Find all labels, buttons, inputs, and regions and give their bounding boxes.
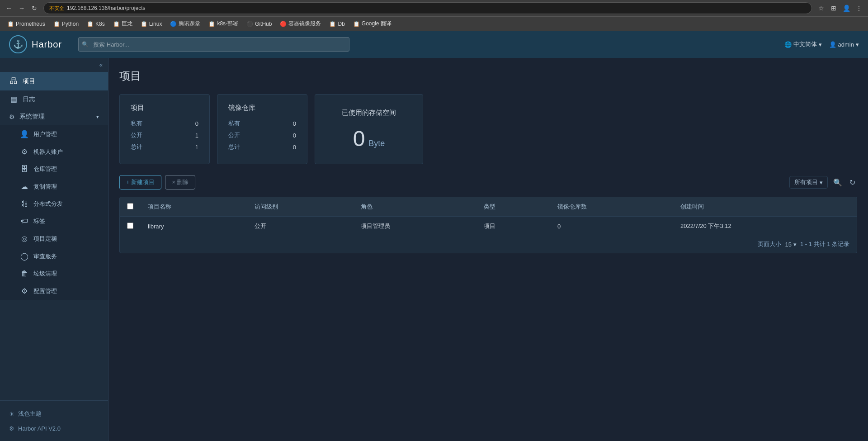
url-text: 192.168.126.136/harbor/projects [67, 5, 145, 11]
row-access-0: 公开 [247, 217, 354, 236]
row-created-0: 2022/7/20 下午3:12 [673, 217, 857, 236]
distribution-label: 分布式分发 [33, 200, 63, 208]
page-size-chevron-icon: ▾ [793, 241, 797, 248]
col-type: 类型 [476, 197, 550, 217]
row-name-0[interactable]: library [141, 217, 247, 236]
users-label: 用户管理 [33, 130, 57, 138]
back-button[interactable]: ← [4, 3, 14, 14]
extensions-button[interactable]: ⊞ [828, 3, 839, 14]
projects-public-value: 1 [185, 132, 198, 139]
lang-label: 中文简体 [793, 40, 817, 48]
table-search-button[interactable]: 🔍 [831, 176, 844, 189]
pagination-row: 页面大小 15 ▾ 1 - 1 共计 1 条记录 [120, 236, 857, 253]
user-menu[interactable]: 👤 admin ▾ [829, 41, 859, 48]
sidebar-item-projects[interactable]: 品 项目 [0, 72, 108, 90]
bookmark-icon: ⚫ [246, 21, 253, 27]
pagination-info: 1 - 1 共计 1 条记录 [800, 240, 849, 248]
row-checkbox-0[interactable] [127, 223, 133, 229]
header-search [78, 37, 349, 52]
bookmark-python[interactable]: 📋Python [50, 19, 82, 29]
bookmark-label: K8s [95, 21, 105, 27]
bookmark-prometheus[interactable]: 📋Prometheus [4, 19, 49, 29]
col-role: 角色 [354, 197, 476, 217]
forward-button[interactable]: → [16, 3, 27, 14]
bookmark-label: 容器镜像服务 [288, 20, 321, 28]
select-all-checkbox[interactable] [127, 203, 133, 209]
reload-button[interactable]: ↻ [29, 3, 40, 14]
quota-label: 项目定额 [33, 235, 57, 243]
users-icon: 👤 [20, 130, 29, 138]
bookmark-github[interactable]: ⚫GitHub [243, 19, 275, 29]
search-input[interactable] [78, 37, 349, 52]
bookmark-label: Python [62, 21, 79, 27]
sidebar-footer: ☀ 浅色主题 ⚙ Harbor API V2.0 [0, 400, 108, 441]
menu-button[interactable]: ⋮ [854, 3, 864, 14]
row-type-0: 项目 [476, 217, 550, 236]
robots-label: 机器人账户 [33, 148, 63, 156]
registry-private-value: 0 [283, 120, 296, 127]
bookmark-icon: 🔵 [170, 21, 177, 27]
search-wrapper [78, 37, 349, 52]
api-label: Harbor API V2.0 [18, 425, 61, 432]
registry-private-label: 私有 [228, 119, 240, 128]
delete-button[interactable]: × 删除 [165, 175, 195, 190]
projects-private-label: 私有 [131, 119, 142, 128]
bookmark-label: 巨龙 [122, 20, 132, 28]
username-label: admin [838, 41, 854, 48]
bookmark-k8s-部署[interactable]: 📋k8s-部署 [205, 18, 242, 29]
new-project-button[interactable]: + 新建项目 [119, 175, 161, 190]
page-title: 项目 [119, 69, 857, 83]
projects-icon: 品 [9, 76, 18, 86]
user-chevron-icon: ▾ [856, 41, 859, 48]
filter-select[interactable]: 所有项目 ▾ [789, 176, 828, 189]
bookmark-腾讯课堂[interactable]: 🔵腾讯课堂 [166, 18, 204, 29]
sidebar-item-warehouse[interactable]: 🗄 仓库管理 [0, 161, 108, 178]
nav-buttons: ← → ↻ [4, 3, 40, 14]
sidebar-collapse-button[interactable]: « [0, 58, 108, 72]
sidebar-item-gc[interactable]: 🗑 垃圾清理 [0, 265, 108, 282]
col-name: 项目名称 [141, 197, 247, 217]
sidebar-item-labels[interactable]: 🏷 标签 [0, 213, 108, 230]
sidebar-item-replication[interactable]: ☁ 复制管理 [0, 178, 108, 195]
lang-selector[interactable]: 🌐 中文简体 ▾ [784, 40, 822, 48]
bookmark-google-翻译[interactable]: 📋Google 翻译 [349, 18, 395, 29]
user-icon: 👤 [829, 41, 836, 48]
bookmark-k8s[interactable]: 📋K8s [83, 19, 108, 29]
bookmark-star-button[interactable]: ☆ [816, 3, 826, 14]
address-bar[interactable]: 不安全 192.168.126.136/harbor/projects [43, 2, 812, 14]
sidebar-item-config[interactable]: ⚙ 配置管理 [0, 282, 108, 300]
sidebar: « 品 项目 ▤ 日志 ⚙ 系统管理 ▾ [0, 58, 108, 441]
projects-public-label: 公开 [131, 131, 142, 139]
projects-total-label: 总计 [131, 143, 142, 151]
bookmark-db[interactable]: 📋Db [326, 19, 348, 29]
bookmark-容器镜像服务[interactable]: 🔴容器镜像服务 [276, 18, 325, 29]
logs-icon: ▤ [9, 95, 18, 104]
sidebar-item-users[interactable]: 👤 用户管理 [0, 125, 108, 143]
bookmark-icon: 📋 [329, 21, 336, 27]
sidebar-projects-label: 项目 [23, 77, 35, 85]
registry-total-row: 总计 0 [228, 143, 296, 151]
sidebar-item-system[interactable]: ⚙ 系统管理 ▾ [0, 108, 108, 125]
sidebar-item-audit[interactable]: ◯ 审查服务 [0, 247, 108, 265]
sidebar-item-logs[interactable]: ▤ 日志 [0, 90, 108, 108]
theme-toggle[interactable]: ☀ 浅色主题 [9, 406, 99, 422]
storage-value: 0 [353, 128, 365, 150]
page-size-select[interactable]: 15 ▾ [785, 241, 796, 248]
registry-card-title: 镜像仓库 [228, 104, 296, 112]
system-chevron-icon: ▾ [96, 114, 99, 120]
toolbar-right: 所有项目 ▾ 🔍 ↻ [789, 176, 857, 189]
config-icon: ⚙ [20, 287, 29, 295]
bookmark-巨龙[interactable]: 📋巨龙 [109, 18, 136, 29]
api-link[interactable]: ⚙ Harbor API V2.0 [9, 422, 99, 436]
projects-stat-card: 项目 私有 0 公开 1 总计 1 [119, 94, 210, 164]
sidebar-item-quota[interactable]: ◎ 项目定额 [0, 230, 108, 247]
bookmark-linux[interactable]: 📋Linux [137, 19, 166, 29]
sidebar-item-robots[interactable]: ⚙ 机器人账户 [0, 143, 108, 161]
projects-private-row: 私有 0 [131, 119, 198, 128]
profile-button[interactable]: 👤 [841, 3, 852, 14]
refresh-button[interactable]: ↻ [848, 176, 857, 189]
table-row: library 公开 项目管理员 项目 0 2022/7/20 下午3:12 [120, 217, 857, 236]
projects-total-value: 1 [185, 144, 198, 151]
lang-chevron-icon: ▾ [819, 41, 822, 48]
sidebar-item-distribution[interactable]: ⛓ 分布式分发 [0, 195, 108, 213]
